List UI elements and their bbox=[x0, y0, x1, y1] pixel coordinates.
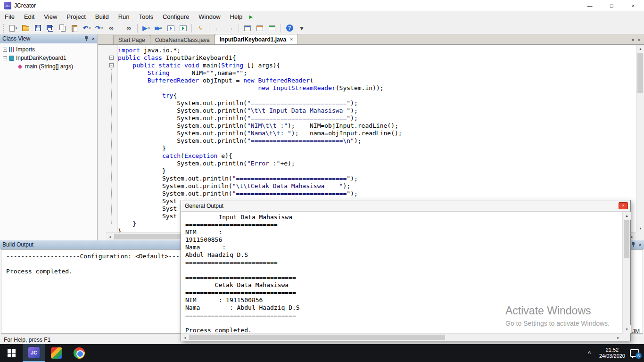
taskbar-app-button[interactable] bbox=[45, 344, 68, 362]
code-line: public class InputDariKeyboard1{ bbox=[118, 54, 636, 62]
debug-button[interactable] bbox=[177, 23, 189, 33]
toolbar-grip[interactable] bbox=[3, 24, 5, 33]
code-line: public static void main(String [] args){ bbox=[118, 62, 636, 69]
output-vertical-scrollbar[interactable]: ▲ ▼ bbox=[622, 212, 630, 333]
code-line: System.out.println("====================… bbox=[118, 137, 636, 145]
code-line: System.out.println("\t\tCetak Data Mahas… bbox=[118, 182, 636, 190]
menu-build[interactable]: Build bbox=[91, 12, 114, 22]
pin-icon[interactable] bbox=[631, 242, 636, 247]
tree-item-class[interactable]: - InputDariKeyboard1 bbox=[3, 54, 97, 62]
tab-inputdarikeyboard1-java[interactable]: InputDariKeyboard1.java× bbox=[215, 34, 298, 44]
tab-label: InputDariKeyboard1.java bbox=[220, 36, 286, 43]
tab-close-icon[interactable]: × bbox=[290, 37, 293, 42]
run-applet-button[interactable] bbox=[165, 23, 176, 33]
collapse-icon[interactable]: - bbox=[3, 56, 7, 60]
view-project-button[interactable] bbox=[242, 23, 253, 33]
menu-tools[interactable]: Tools bbox=[134, 12, 158, 22]
scroll-right-icon[interactable]: ► bbox=[614, 334, 622, 341]
scroll-left-icon[interactable]: ◄ bbox=[181, 334, 189, 341]
build-file-button[interactable]: ϟ bbox=[195, 23, 206, 33]
menu-configure[interactable]: Configure bbox=[158, 12, 194, 22]
console-line: Nama : bbox=[185, 244, 622, 251]
open-file-button[interactable] bbox=[20, 23, 31, 33]
redo-button[interactable]: ↷▾ bbox=[93, 23, 105, 33]
build-file-icon: ϟ bbox=[199, 25, 202, 31]
view-workspace-icon bbox=[256, 25, 263, 31]
help-button[interactable] bbox=[284, 23, 295, 33]
taskbar-clock[interactable]: 21.52 24/03/2020 bbox=[599, 347, 625, 359]
menu-window[interactable]: Window bbox=[194, 12, 225, 22]
find-button[interactable]: ∞ bbox=[106, 23, 117, 33]
menu-run[interactable]: Run bbox=[114, 12, 134, 22]
copy-icon bbox=[59, 25, 64, 30]
tree-item-imports[interactable]: + Imports bbox=[3, 45, 97, 54]
scroll-down-icon[interactable]: ▼ bbox=[623, 325, 631, 333]
dropdown-arrow-icon: ▾ bbox=[89, 26, 91, 30]
tab-menu-icon[interactable]: ▾ bbox=[632, 38, 634, 42]
save-button[interactable] bbox=[32, 23, 43, 33]
tab-start-page[interactable]: Start Page bbox=[113, 35, 150, 44]
notification-center-icon[interactable]: 6 bbox=[630, 349, 639, 357]
menu-help[interactable]: Help bbox=[225, 12, 248, 22]
fold-collapse-icon[interactable]: − bbox=[109, 63, 114, 67]
toolbar-more-button[interactable]: ▾ bbox=[296, 23, 307, 33]
minimize-button[interactable]: — bbox=[579, 0, 601, 11]
code-line: System.out.println("NIM\t\t :"); NIM=obj… bbox=[118, 122, 636, 130]
close-button[interactable]: × bbox=[622, 0, 644, 11]
view-workspace-button[interactable] bbox=[254, 23, 265, 33]
status-help-text: For Help, press F1 bbox=[4, 337, 50, 343]
scroll-down-icon[interactable]: ▼ bbox=[636, 224, 644, 232]
expand-icon[interactable]: + bbox=[3, 48, 7, 52]
dropdown-arrow-icon: ▾ bbox=[148, 26, 150, 30]
scroll-up-icon[interactable]: ▲ bbox=[636, 45, 644, 53]
toolbar-separator bbox=[281, 24, 281, 33]
pin-icon[interactable] bbox=[84, 36, 89, 41]
close-panel-icon[interactable]: × bbox=[92, 36, 95, 41]
back-button[interactable]: ← bbox=[212, 23, 223, 33]
tree-item-main-method[interactable]: main (String[] args) bbox=[3, 62, 97, 71]
menubar-run-icon[interactable]: ▶ bbox=[249, 14, 253, 19]
start-button[interactable] bbox=[0, 344, 23, 362]
new-file-button[interactable]: ▾ bbox=[8, 23, 19, 33]
code-line: BufferedReader objInput = new BufferedRe… bbox=[118, 77, 636, 84]
title-bar: JC JCreator — □ × bbox=[0, 0, 644, 11]
copy-button[interactable] bbox=[57, 23, 68, 33]
menu-file[interactable]: File bbox=[0, 12, 19, 22]
tab-close-icon[interactable]: × bbox=[638, 38, 640, 42]
scrollbar-thumb[interactable] bbox=[189, 335, 445, 340]
taskbar-jcreator-button[interactable]: JC bbox=[23, 344, 45, 362]
toolbar-separator bbox=[209, 24, 209, 33]
scroll-up-icon[interactable]: ▲ bbox=[623, 212, 631, 220]
scroll-left-icon[interactable]: ◄ bbox=[106, 233, 114, 241]
undo-button[interactable]: ↶▾ bbox=[81, 23, 92, 33]
paste-button[interactable] bbox=[69, 23, 80, 33]
run-project-button[interactable]: ▶▶▾ bbox=[153, 23, 164, 33]
forward-button[interactable]: → bbox=[224, 23, 236, 33]
menu-view[interactable]: View bbox=[39, 12, 62, 22]
menu-project[interactable]: Project bbox=[62, 12, 90, 22]
code-line: System.out.println("\t\t Input Data Maha… bbox=[118, 107, 636, 115]
output-horizontal-scrollbar[interactable]: ◄ ► bbox=[181, 333, 622, 341]
console-line: ============================== bbox=[185, 289, 622, 296]
maximize-button[interactable]: □ bbox=[601, 0, 622, 11]
scrollbar-thumb[interactable] bbox=[624, 220, 629, 258]
hidden-icons-chevron[interactable]: ^ bbox=[584, 350, 594, 357]
code-line: System.out.println("====================… bbox=[118, 99, 636, 107]
fold-collapse-icon[interactable]: − bbox=[109, 56, 114, 60]
save-all-button[interactable] bbox=[44, 23, 56, 33]
tab-list: Start PageCobaNamaClass.javaInputDariKey… bbox=[113, 34, 297, 44]
back-icon: ← bbox=[215, 25, 221, 31]
find-in-files-button[interactable]: ∞ bbox=[123, 23, 134, 33]
general-output-console[interactable]: Input Data Mahasiswa====================… bbox=[181, 212, 622, 333]
menu-edit[interactable]: Edit bbox=[19, 12, 39, 22]
editor-vertical-scrollbar[interactable]: ▲ ▼ bbox=[636, 45, 644, 232]
tab-cobanamaclass-java[interactable]: CobaNamaClass.java bbox=[150, 35, 215, 44]
close-general-output-button[interactable]: × bbox=[619, 202, 628, 209]
system-tray: ^ 21.52 24/03/2020 6 bbox=[584, 344, 644, 362]
close-panel-icon[interactable]: × bbox=[639, 242, 642, 247]
run-file-button[interactable]: ▶▾ bbox=[140, 23, 152, 33]
taskbar-chrome-button[interactable] bbox=[68, 344, 91, 362]
scrollbar-thumb[interactable] bbox=[637, 53, 643, 93]
view-output-button[interactable] bbox=[266, 23, 278, 33]
general-output-titlebar[interactable]: General Output × bbox=[181, 200, 630, 212]
